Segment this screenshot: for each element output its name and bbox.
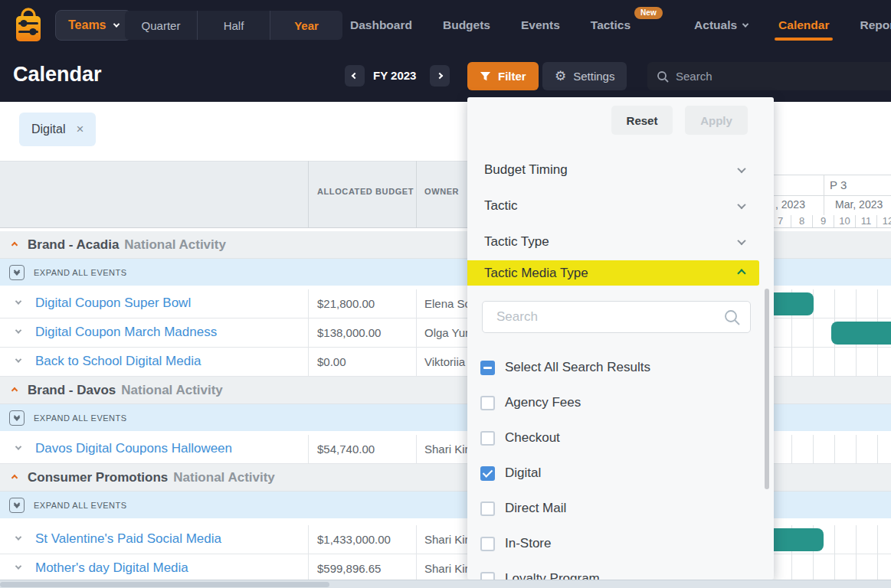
filter-chip-digital[interactable]: Digital × [19,113,96,146]
apply-button-disabled[interactable]: Apply [685,106,748,135]
gantt-gridlines [770,435,891,464]
chip-remove-icon[interactable]: × [76,122,84,137]
filter-section-tactic-type[interactable]: Tactic Type [467,224,759,260]
option-checkout[interactable]: Checkout [467,420,759,456]
filter-button[interactable]: Filter [467,62,539,90]
option-in-store[interactable]: In-Store [467,526,759,561]
event-link[interactable]: Davos Digital Coupons Halloween [35,441,232,456]
nav-actuals[interactable]: Actuals [694,0,748,51]
panel-search-input[interactable] [496,309,711,325]
option-direct-mail[interactable]: Direct Mail [467,491,759,526]
teams-label: Teams [68,18,106,32]
week-number: 12 [877,215,891,227]
event-link[interactable]: Back to School Digital Media [35,354,201,369]
chevron-down-icon [737,164,745,172]
panel-scrollbar[interactable] [765,289,769,489]
active-tab-underline [775,38,833,41]
collapse-chevron-icon[interactable] [11,387,18,393]
toolbar-search[interactable] [647,62,891,90]
row-expand-chevron-icon[interactable] [15,534,21,540]
option-digital[interactable]: Digital [467,456,759,491]
nav-events[interactable]: Events [521,0,560,51]
gantt-bar-march-madness[interactable] [831,322,891,345]
filter-dropdown-panel: Reset Apply Budget Timing Tactic Tactic … [467,97,774,580]
checkbox-indeterminate[interactable] [480,361,495,375]
collapse-chevron-icon[interactable] [11,241,18,247]
chevron-right-icon [437,73,443,79]
panel-search[interactable] [482,301,751,333]
range-quarter[interactable]: Quarter [125,11,198,40]
nav-tactics[interactable]: Tactics New [591,0,631,51]
row-expand-chevron-icon[interactable] [15,443,21,449]
chevron-down-icon [737,236,745,244]
next-period-button[interactable] [430,65,450,87]
week-number: 8 [791,215,813,227]
checkbox-unchecked[interactable] [480,537,495,551]
filter-section-tactic-media-type[interactable]: Tactic Media Type [467,260,759,296]
checkbox-unchecked[interactable] [480,572,495,580]
funnel-icon [480,70,491,82]
gantt-month-left: , 2023 [775,198,805,211]
gantt-week-row: 7 8 9 10 11 12 [770,215,891,227]
row-expand-chevron-icon[interactable] [15,298,21,304]
chevron-down-icon [113,21,119,27]
range-year[interactable]: Year [270,11,342,40]
search-icon [657,70,669,83]
nav-calendar[interactable]: Calendar [778,0,829,51]
double-chevron-down-icon [9,265,25,280]
previous-period-button[interactable] [345,65,365,87]
reset-button[interactable]: Reset [611,106,673,135]
checkbox-unchecked[interactable] [480,431,495,446]
checkbox-unchecked[interactable] [480,501,495,516]
chevron-down-icon [742,21,749,27]
week-number: 9 [813,215,834,227]
filter-section-budget-timing[interactable]: Budget Timing [467,152,759,188]
option-select-all[interactable]: Select All Search Results [467,350,759,385]
owner-header: OWNER [424,187,459,196]
checkbox-unchecked[interactable] [480,396,495,410]
nav-budgets[interactable]: Budgets [443,0,490,51]
row-expand-chevron-icon[interactable] [15,563,21,569]
event-link[interactable]: St Valentine's Paid Social Media [35,531,221,547]
event-link[interactable]: Mother's day Digital Media [35,560,188,576]
week-number: 11 [856,215,877,227]
checkbox-checked[interactable] [480,466,495,481]
horizontal-scrollbar[interactable] [0,580,891,588]
teams-dropdown-button[interactable]: Teams [55,10,132,41]
event-link[interactable]: Digital Coupon Super Bowl [35,296,191,311]
page-title: Calendar [13,63,102,87]
calendar-toolbar: Calendar Quarter Half Year FY 2023 Filte… [0,51,891,102]
new-badge: New [634,7,663,19]
column-divider [308,161,309,228]
week-number: 10 [834,215,856,227]
filter-section-tactic[interactable]: Tactic [467,188,759,224]
chip-label: Digital [31,122,65,136]
option-agency-fees[interactable]: Agency Fees [467,385,759,420]
column-divider [416,161,417,228]
row-expand-chevron-icon[interactable] [15,356,21,362]
nav-reports[interactable]: Reports [860,0,891,51]
gear-icon: ⚙ [555,70,566,83]
chevron-left-icon [352,73,358,79]
double-chevron-down-icon [9,498,25,513]
allocated-budget-header: ALLOCATED BUDGET [317,187,414,196]
fiscal-year-label: FY 2023 [373,69,416,82]
main-nav: Dashboard Budgets Events Tactics New Act… [350,0,891,51]
app-logo-icon[interactable] [12,7,44,44]
option-loyalty-program[interactable]: Loyalty Program [467,561,759,580]
double-chevron-down-icon [9,410,25,426]
calendar-app: Teams Dashboard Budgets Events Tactics N… [0,0,891,588]
settings-button[interactable]: ⚙ Settings [542,62,627,90]
nav-dashboard[interactable]: Dashboard [350,0,412,51]
chevron-down-icon [737,200,745,208]
range-segmented-control: Quarter Half Year [125,11,342,40]
range-half[interactable]: Half [198,11,270,40]
collapse-chevron-icon[interactable] [11,474,18,480]
scrollbar-thumb[interactable] [0,582,329,587]
search-icon [723,309,742,327]
event-link[interactable]: Digital Coupon March Madness [35,325,217,340]
gantt-month-right: Mar, 2023 [835,198,891,211]
row-expand-chevron-icon[interactable] [15,327,21,333]
toolbar-search-input[interactable] [676,70,844,83]
highlight-bar: Tactic Media Type [467,260,759,286]
